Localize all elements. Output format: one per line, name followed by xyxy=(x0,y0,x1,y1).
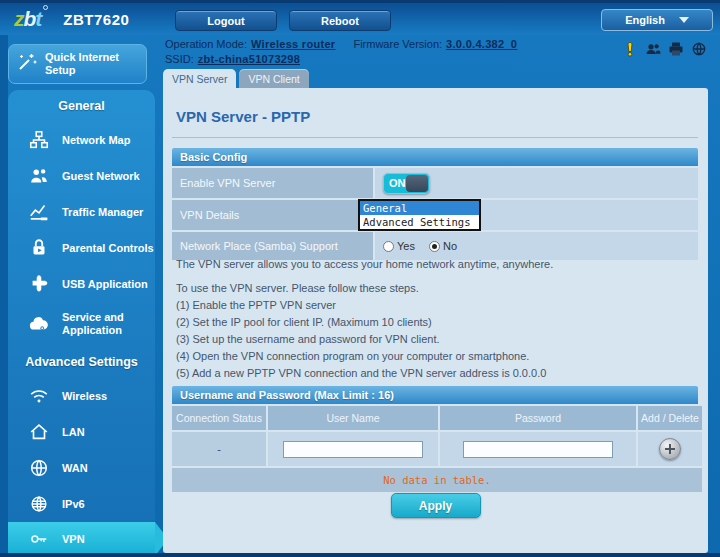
radio-yes-label: Yes xyxy=(397,240,415,252)
ipv6-globe-icon xyxy=(28,493,50,515)
language-label: English xyxy=(625,14,665,26)
toggle-knob[interactable] xyxy=(406,175,428,192)
radio-no-label: No xyxy=(443,240,457,252)
info-line-1: Operation Mode:Wireless routerFirmware V… xyxy=(165,37,535,52)
firmware-label: Firmware Version: xyxy=(353,38,442,50)
sidebar-item-parental-controls[interactable]: Parental Controls xyxy=(8,230,155,266)
description-step-5: (5) Add a new PPTP VPN connection and th… xyxy=(176,367,696,380)
brand-area: zbt ZBT7620 xyxy=(14,7,129,31)
radio-unchecked-icon[interactable] xyxy=(383,241,394,252)
description-step-4: (4) Open the VPN connection program on y… xyxy=(176,350,696,363)
add-row-button[interactable] xyxy=(659,438,681,460)
sidebar-item-label: VPN xyxy=(62,533,85,546)
samba-radio-yes[interactable]: Yes xyxy=(383,240,415,252)
tab-vpn-client[interactable]: VPN Client xyxy=(239,69,308,88)
sidebar-item-service-and-application[interactable]: Service and Application xyxy=(8,302,155,346)
sidebar-item-label: Network Map xyxy=(62,134,130,147)
printer-icon[interactable] xyxy=(668,41,684,57)
operation-mode-link[interactable]: Wireless router xyxy=(251,38,336,50)
sidebar-item-guest-network[interactable]: Guest Network xyxy=(8,158,155,194)
samba-label: Network Place (Samba) Support xyxy=(172,232,373,260)
description-follow: To use the VPN server. Please follow the… xyxy=(176,282,696,295)
toggle-on-label: ON xyxy=(389,177,406,189)
operation-mode-label: Operation Mode: xyxy=(165,38,247,50)
magic-wand-icon xyxy=(15,50,39,78)
sidebar-edge xyxy=(0,35,8,553)
language-selector[interactable]: English xyxy=(601,9,713,31)
status-icon-bar xyxy=(622,41,707,57)
description-intro: The VPN server allows you to access your… xyxy=(176,258,696,271)
logo-letter-z: z xyxy=(14,7,24,30)
sidebar-item-wan[interactable]: WAN xyxy=(8,450,155,486)
zbt-logo: zbt xyxy=(14,7,41,31)
sidebar-item-ipv6[interactable]: IPv6 xyxy=(8,486,155,522)
vpn-details-select[interactable]: General Advanced Settings xyxy=(358,199,481,231)
alert-icon[interactable] xyxy=(622,41,638,57)
basic-config-header: Basic Config xyxy=(172,148,698,166)
empty-table-message: No data in table. xyxy=(172,468,702,492)
clients-icon[interactable] xyxy=(645,41,661,57)
logo-letter-t: t xyxy=(35,7,41,30)
router-admin-screen: zbt ZBT7620 Logout Reboot English Operat… xyxy=(0,0,720,557)
logo-letter-b: b xyxy=(24,7,36,30)
description-step-2: (2) Set the IP pool for client IP. (Maxi… xyxy=(176,316,696,329)
vpn-details-option-advanced[interactable]: Advanced Settings xyxy=(360,215,479,229)
registered-mark-icon xyxy=(43,5,48,10)
sidebar-item-label: WAN xyxy=(62,462,88,475)
sidebar-item-wireless[interactable]: Wireless xyxy=(8,378,155,414)
sidebar-item-label: Traffic Manager xyxy=(62,206,143,219)
sidebar-item-lan[interactable]: LAN xyxy=(8,414,155,450)
traffic-chart-icon xyxy=(28,201,50,223)
enable-vpn-label: Enable VPN Server xyxy=(172,168,373,198)
sidebar-item-usb-application[interactable]: USB Application xyxy=(8,266,155,302)
internet-icon[interactable] xyxy=(691,41,707,57)
sidebar-item-traffic-manager[interactable]: Traffic Manager xyxy=(8,194,155,230)
description-step-1: (1) Enable the PPTP VPN server xyxy=(176,299,696,312)
samba-row: Network Place (Samba) Support Yes No xyxy=(172,232,698,260)
sidebar-item-label: Service and Application xyxy=(62,311,155,337)
firmware-link[interactable]: 3.0.0.4.382_0 xyxy=(446,38,517,50)
user-table-grid: Connection Status User Name Password Add… xyxy=(172,406,698,492)
sidebar-item-quick-internet-setup[interactable]: Quick Internet Setup xyxy=(8,44,147,84)
password-input[interactable] xyxy=(463,441,613,458)
password-cell xyxy=(440,432,636,466)
enable-vpn-value: ON xyxy=(375,168,698,198)
info-line-2: SSID:zbt-china51073298 xyxy=(165,52,535,67)
vpn-description: The VPN server allows you to access your… xyxy=(176,258,696,384)
col-user-name: User Name xyxy=(268,406,438,430)
radio-checked-icon[interactable] xyxy=(429,241,440,252)
top-bar: zbt ZBT7620 Logout Reboot English xyxy=(0,0,720,35)
vpn-details-option-general[interactable]: General xyxy=(360,201,479,215)
add-delete-cell xyxy=(638,432,702,466)
samba-value: Yes No xyxy=(375,232,698,260)
logout-button[interactable]: Logout xyxy=(175,10,277,31)
description-step-3: (3) Set up the username and password for… xyxy=(176,333,696,346)
main-content-panel: VPN Server - PPTP Basic Config Enable VP… xyxy=(163,88,708,553)
device-info: Operation Mode:Wireless routerFirmware V… xyxy=(165,37,535,67)
wifi-icon xyxy=(28,385,50,407)
sidebar-item-label: Parental Controls xyxy=(62,242,154,255)
samba-radio-no[interactable]: No xyxy=(429,240,457,252)
sidebar-menu: General Network Map Guest Network Traffi… xyxy=(8,90,155,553)
network-map-icon xyxy=(28,129,50,151)
ssid-link[interactable]: zbt-china51073298 xyxy=(198,53,300,65)
quick-setup-label: Quick Internet Setup xyxy=(45,51,140,77)
vpn-server-toggle[interactable]: ON xyxy=(383,173,430,194)
lock-icon xyxy=(28,237,50,259)
col-password: Password xyxy=(440,406,636,430)
username-input[interactable] xyxy=(283,441,423,458)
col-connection-status: Connection Status xyxy=(172,406,266,430)
sidebar-item-label: Guest Network xyxy=(62,170,140,183)
apply-button[interactable]: Apply xyxy=(391,493,481,518)
sidebar-item-network-map[interactable]: Network Map xyxy=(8,122,155,158)
sidebar-item-label: IPv6 xyxy=(62,498,85,511)
samba-radio-group: Yes No xyxy=(383,240,457,252)
section-title-advanced-settings: Advanced Settings xyxy=(8,346,155,378)
reboot-button[interactable]: Reboot xyxy=(289,10,391,31)
bottom-edge xyxy=(0,553,720,557)
sidebar-item-vpn[interactable]: VPN xyxy=(8,522,155,556)
guest-network-icon xyxy=(28,165,50,187)
tab-vpn-server[interactable]: VPN Server xyxy=(163,69,236,88)
chevron-down-icon xyxy=(679,17,689,23)
sidebar-item-label: USB Application xyxy=(62,278,148,291)
